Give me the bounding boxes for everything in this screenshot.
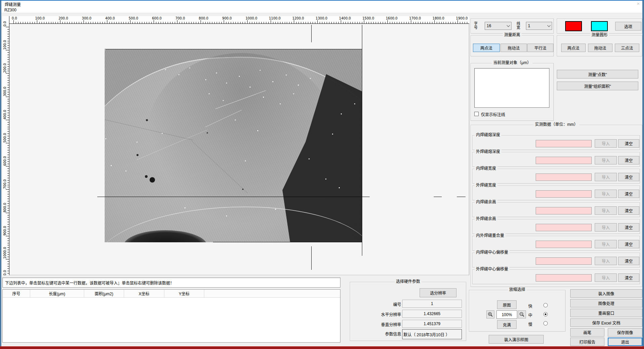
hw-field-label: 水平分辨率 <box>353 311 401 317</box>
ruler-tick-label: 900.0 <box>222 16 232 20</box>
measure-value-input[interactable] <box>536 224 592 231</box>
import-button[interactable]: 导入 <box>595 173 617 181</box>
measure-value-input[interactable] <box>536 173 592 181</box>
measure-row-5: 外焊缝余高导入清空 <box>472 219 640 234</box>
ruler-tick-label: 1600.0 <box>386 16 397 20</box>
clear-button[interactable]: 清空 <box>618 273 639 282</box>
close-icon[interactable]: × <box>634 1 643 7</box>
original-size-button[interactable]: 原图 <box>497 300 517 309</box>
measure-value-input[interactable] <box>536 274 592 282</box>
options-button[interactable]: 选项 <box>615 22 641 31</box>
ruler-tick-label: 1300.0 <box>316 16 327 20</box>
distance-method-button-0[interactable]: 两点法 <box>473 44 500 52</box>
import-button[interactable]: 导入 <box>595 139 617 148</box>
clear-button[interactable]: 清空 <box>618 223 639 232</box>
measure-value-input[interactable] <box>536 257 592 265</box>
import-button[interactable]: 导入 <box>595 273 617 282</box>
measure-row-label: 外焊缝宽度 <box>475 183 497 188</box>
zoom-out-icon[interactable] <box>518 310 526 318</box>
image-process-button[interactable]: 图像处理 <box>570 299 642 307</box>
load-image-button[interactable]: 装入图像 <box>570 289 642 298</box>
measure-value-input[interactable] <box>536 190 592 198</box>
print-report-button[interactable]: 打印报告 <box>570 338 604 346</box>
import-button[interactable]: 导入 <box>595 223 617 232</box>
show-annotation-only-checkbox[interactable] <box>474 112 479 116</box>
measure-points-button[interactable]: 测量“点数” <box>557 70 638 79</box>
speed-radio-0[interactable] <box>543 303 548 307</box>
import-button[interactable]: 导入 <box>595 190 617 198</box>
circle-method-button-1[interactable]: 拖动法 <box>588 44 612 52</box>
outer-weld-color-swatch[interactable] <box>591 21 608 31</box>
ruler-tick-label: 700.0 <box>175 16 185 20</box>
save-image-button[interactable]: 保存图像 <box>608 328 642 337</box>
import-button[interactable]: 导入 <box>595 240 617 248</box>
hw-field-value: 1 <box>402 300 462 308</box>
exit-button[interactable]: 退出 <box>608 338 642 346</box>
speed-radio-1[interactable] <box>543 312 548 316</box>
line-width-value: 1 <box>528 23 530 28</box>
ruler-tick-label: 1000.0 <box>3 244 7 259</box>
measure-row-label: 内焊缝熔深度 <box>475 133 501 137</box>
circle-method-button-0[interactable]: 两点法 <box>561 44 586 52</box>
line-width-label: 线宽 <box>516 21 521 30</box>
font-size-select[interactable]: 16 <box>485 22 512 30</box>
show-annotation-only-label: 仅显示标注线 <box>481 111 505 117</box>
zoom-in-icon[interactable] <box>486 310 494 318</box>
vertical-ruler: 0.0100.0200.0300.0400.0500.0600.0700.080… <box>2 16 9 275</box>
select-resolution-button[interactable]: 选分辨率 <box>420 288 457 297</box>
save-excel-button[interactable]: 保存 Excel 文档 <box>570 318 642 327</box>
table-header-4: Y坐标 <box>164 290 204 297</box>
marker-hdash <box>457 197 466 197</box>
current-object-list[interactable] <box>474 68 549 108</box>
inner-weld-color-swatch[interactable] <box>565 21 582 31</box>
measure-row-0: 内焊缝熔深度导入清空 <box>472 135 640 150</box>
clear-button[interactable]: 清空 <box>618 257 639 265</box>
load-demo-image-button[interactable]: 装入演示样图 <box>489 335 544 344</box>
ruler-tick-label: 1400.0 <box>339 16 351 20</box>
measure-value-input[interactable] <box>536 140 592 147</box>
distance-method-button-2[interactable]: 平行法 <box>527 44 553 52</box>
measure-row-label: 外焊缝余高 <box>475 216 497 221</box>
ruler-tick-label: 1800.0 <box>433 16 444 20</box>
ruler-tick-label: 900.0 <box>3 221 7 236</box>
measure-row-8: 外焊缝中心偏移量导入清空 <box>472 269 640 284</box>
measure-value-input[interactable] <box>536 157 592 164</box>
measure-distance-title: 测量距离 <box>503 33 522 37</box>
measure-row-label: 内焊缝余高 <box>475 200 497 204</box>
bottom-red-bar <box>0 346 644 349</box>
weld-specimen-image[interactable] <box>105 49 362 242</box>
clear-button[interactable]: 清空 <box>618 156 639 164</box>
chevron-down-icon <box>507 23 510 27</box>
menu-item-rz300[interactable]: RZ300 <box>4 8 16 12</box>
measure-row-6: 内外焊缝重合量导入清空 <box>472 236 640 251</box>
measure-row-2: 内焊缝宽度导入清空 <box>472 169 640 184</box>
line-width-select[interactable]: 1 <box>526 22 552 30</box>
import-button[interactable]: 导入 <box>595 206 617 215</box>
measure-row-3: 外焊缝宽度导入清空 <box>472 186 640 200</box>
measure-value-input[interactable] <box>536 207 592 214</box>
redraw-window-button[interactable]: 重画窗口 <box>570 309 642 317</box>
clear-button[interactable]: 清空 <box>618 139 639 148</box>
results-table[interactable]: 序号长度(μm)面积(μm2)X坐标Y坐标 <box>2 289 340 343</box>
clear-button[interactable]: 清空 <box>618 206 639 215</box>
fill-window-button[interactable]: 充满 <box>497 320 517 329</box>
circle-method-button-2[interactable]: 三点法 <box>615 44 639 52</box>
hw-field-value: 1.451379 <box>402 320 462 328</box>
measure-area-button[interactable]: 测量“组织面积” <box>557 82 638 90</box>
distance-method-button-1[interactable]: 拖动法 <box>500 44 527 52</box>
ruler-tick-label: 1000.0 <box>246 16 257 20</box>
measure-value-input[interactable] <box>536 241 592 248</box>
ruler-tick-label: 0.0 <box>3 16 7 27</box>
measure-distance-group: 测量距离 两点法拖动法平行法 <box>471 35 554 56</box>
table-header-1: 长度(μm) <box>30 290 84 297</box>
clear-button[interactable]: 清空 <box>618 240 639 248</box>
clear-button[interactable]: 清空 <box>618 190 639 198</box>
import-button[interactable]: 导入 <box>595 156 617 164</box>
clear-button[interactable]: 清空 <box>618 173 639 181</box>
zoom-percent-field[interactable]: 100% <box>496 310 517 319</box>
hw-field-label: 垂直分辨率 <box>353 321 401 327</box>
pen-button[interactable]: 画笔 <box>570 328 604 337</box>
table-header-filler <box>204 290 340 297</box>
import-button[interactable]: 导入 <box>595 257 617 265</box>
speed-radio-2[interactable] <box>543 321 548 326</box>
